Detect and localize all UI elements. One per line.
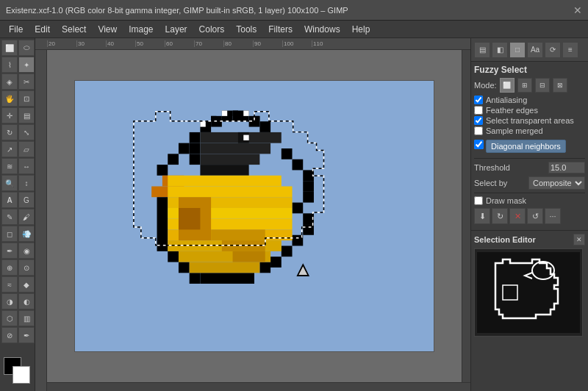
feather-edges-checkbox[interactable]	[474, 106, 483, 115]
svg-rect-50	[222, 240, 265, 251]
refresh-btn[interactable]: ↻	[492, 208, 508, 224]
bucket-fill-tool[interactable]: ⬡	[1, 310, 18, 326]
select-transparent-checkbox[interactable]	[474, 116, 483, 125]
menu-item-layer[interactable]: Layer	[159, 23, 193, 36]
mypaint-tool[interactable]: ◉	[18, 243, 35, 259]
more-btn[interactable]: ···	[545, 208, 561, 224]
smudge-tool[interactable]: ≈	[1, 276, 18, 293]
svg-rect-11	[168, 154, 179, 165]
fuzzy-select-title: Fuzzy Select	[474, 65, 585, 75]
menu-item-filters[interactable]: Filters	[262, 23, 298, 36]
ellipse-select-tool[interactable]: ⬭	[18, 40, 35, 56]
mode-add-btn[interactable]: ⊞	[517, 78, 532, 93]
canvas-area: 20 30 40 50 60 70 80 90 100 110	[35, 38, 470, 391]
sample-merged-checkbox[interactable]	[474, 126, 483, 135]
layers-button[interactable]: ▤	[474, 42, 490, 58]
menu-item-file[interactable]: File	[3, 23, 29, 36]
foreground-select-tool[interactable]: 🖐	[1, 90, 18, 107]
scale-tool[interactable]: ⤡	[18, 124, 35, 140]
selection-preview-svg	[477, 252, 580, 333]
draw-mask-checkbox[interactable]	[474, 196, 483, 205]
menu-item-tools[interactable]: Tools	[230, 23, 262, 36]
scissors-select-tool[interactable]: ✂	[18, 73, 35, 90]
svg-rect-19	[293, 159, 304, 171]
mode-intersect-btn[interactable]: ⊠	[553, 78, 567, 93]
convolve-tool[interactable]: ◆	[18, 276, 35, 293]
move-tool[interactable]: ✛	[1, 107, 18, 123]
select-by-dropdown[interactable]: Composite Red Green Blue	[528, 176, 585, 190]
antialiasing-checkbox[interactable]	[474, 96, 483, 104]
svg-rect-20	[303, 170, 314, 181]
zoom-tool[interactable]: 🔍	[1, 175, 18, 191]
shear-tool[interactable]: ↗	[1, 141, 18, 157]
path-tool[interactable]: ✒	[18, 327, 35, 343]
titlebar: Existenz.xcf-1.0 (RGB color 8-bit gamma …	[0, 0, 588, 21]
menu-item-colors[interactable]: Colors	[193, 23, 231, 36]
perspective-tool[interactable]: ▱	[18, 141, 35, 157]
diagonal-neighbors-row: Diagonal neighbors	[474, 137, 585, 155]
eraser-tool[interactable]: ◻	[1, 226, 18, 242]
healing-tool[interactable]: ⊙	[18, 259, 35, 276]
desaturate-tool[interactable]: ◐	[18, 293, 35, 309]
svg-rect-49	[211, 229, 265, 240]
rect-select-tool[interactable]: ⬜	[1, 40, 18, 56]
airbrush-tool[interactable]: 💨	[18, 226, 35, 242]
text-tool[interactable]: A	[1, 192, 18, 208]
close-button[interactable]: ✕	[573, 4, 582, 16]
document-history-button[interactable]: ≡	[562, 42, 578, 58]
svg-rect-9	[190, 154, 201, 165]
by-color-select-tool[interactable]: ◈	[1, 73, 18, 90]
right-panel: ▤ ◧ □ Aa ⟳ ≡ Fuzzy Select Mode: ⬜ ⊞ ⊟ ⊠ …	[470, 38, 588, 391]
select-by-row: Select by Composite Red Green Blue	[474, 176, 585, 190]
delete-btn[interactable]: ✕	[509, 208, 526, 224]
gegl-tool[interactable]: G	[18, 192, 35, 208]
clone-tool[interactable]: ⊕	[1, 259, 18, 276]
reset-btn[interactable]: ↺	[527, 208, 543, 224]
paths-button[interactable]: □	[509, 42, 526, 58]
vertical-scrollbar[interactable]	[462, 50, 470, 382]
fuzzy-select-tool active[interactable]: ✦	[18, 57, 35, 73]
divider-1	[474, 158, 585, 159]
measure-tool[interactable]: ↕	[18, 175, 35, 191]
svg-rect-8	[190, 143, 201, 154]
history-button[interactable]: ⟳	[545, 42, 561, 58]
pixel-canvas[interactable]	[74, 80, 434, 352]
channels-button[interactable]: ◧	[492, 42, 508, 58]
blend-tool[interactable]: ▥	[18, 310, 35, 326]
draw-mask-label: Draw mask	[486, 196, 526, 205]
free-select-tool[interactable]: ⌇	[1, 57, 18, 73]
diagonal-neighbors-button[interactable]: Diagonal neighbors	[486, 140, 566, 153]
dodge-burn-tool[interactable]: ◑	[1, 293, 18, 309]
warp-tool[interactable]: ≋	[1, 158, 18, 174]
menu-item-help[interactable]: Help	[346, 23, 376, 36]
threshold-row: Threshold	[474, 162, 585, 173]
svg-rect-27	[282, 245, 293, 257]
menu-item-edit[interactable]: Edit	[29, 23, 56, 36]
colormap-button[interactable]: Aa	[527, 42, 543, 58]
diagonal-neighbors-checkbox[interactable]	[474, 140, 484, 149]
menu-item-image[interactable]: Image	[123, 23, 159, 36]
menu-item-select[interactable]: Select	[56, 23, 92, 36]
paintbrush-tool[interactable]: 🖌	[18, 209, 35, 225]
selection-editor-close[interactable]: ✕	[573, 234, 585, 245]
ink-tool[interactable]: ✒	[1, 243, 18, 259]
align-tool[interactable]: ▤	[18, 107, 35, 123]
canvas-scroll[interactable]	[47, 50, 462, 382]
mode-subtract-btn[interactable]: ⊟	[535, 78, 550, 93]
flip-tool[interactable]: ↔	[18, 158, 35, 174]
to-selection-btn[interactable]: ⬇	[474, 208, 490, 224]
svg-rect-53	[211, 116, 216, 121]
menu-item-view[interactable]: View	[92, 23, 123, 36]
mode-replace-btn[interactable]: ⬜	[500, 78, 514, 93]
background-color[interactable]	[12, 366, 30, 384]
menu-item-windows[interactable]: Windows	[298, 23, 346, 36]
horizontal-scrollbar[interactable]	[47, 382, 470, 391]
svg-rect-48	[179, 208, 200, 229]
color-picker-tool[interactable]: ⊘	[1, 327, 18, 343]
threshold-input[interactable]	[548, 162, 585, 173]
ruler-ticks-top: 20 30 40 50 60 70 80 90 100 110	[47, 40, 341, 47]
canvas-inner	[47, 50, 470, 382]
crop-tool[interactable]: ⊡	[18, 90, 35, 107]
rotate-tool[interactable]: ↻	[1, 124, 18, 140]
pencil-tool[interactable]: ✎	[1, 209, 18, 225]
